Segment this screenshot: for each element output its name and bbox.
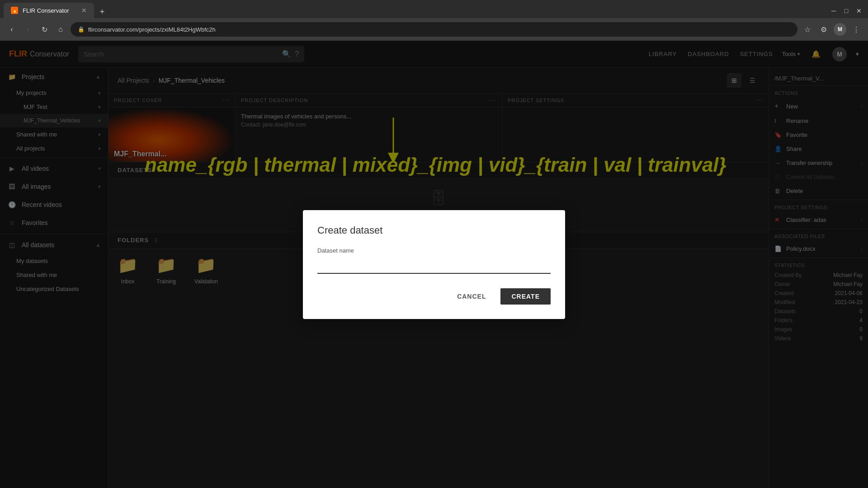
url-text: flirconsarvator.com/projects/zxiML84t2Hg… <box>88 26 216 33</box>
modal-title: Create dataset <box>317 225 551 236</box>
new-tab-button[interactable]: + <box>96 5 108 18</box>
address-bar[interactable]: 🔒 flirconsarvator.com/projects/zxiML84t2… <box>71 22 797 37</box>
cancel-button[interactable]: CANCEL <box>448 288 495 305</box>
back-button[interactable]: ‹ <box>5 23 18 36</box>
star-button[interactable]: ☆ <box>801 23 814 36</box>
modal-label: Dataset name <box>317 247 551 254</box>
lock-icon: 🔒 <box>78 26 85 33</box>
app: FLIR Conservator 🔍 ? LIBRARY DASHBOARD S… <box>0 41 868 488</box>
browser-tab[interactable]: 🔥 FLIR Conservator ✕ <box>4 3 94 18</box>
modal-backdrop: Create dataset Dataset name CANCEL CREAT… <box>0 41 868 488</box>
minimize-button[interactable]: ─ <box>828 5 839 16</box>
menu-button[interactable]: ⋮ <box>850 23 863 36</box>
tab-close-icon[interactable]: ✕ <box>81 7 87 14</box>
create-button[interactable]: CREATE <box>500 288 551 305</box>
profile-button[interactable]: M <box>834 23 846 36</box>
modal-actions: CANCEL CREATE <box>317 288 551 305</box>
create-dataset-modal: Create dataset Dataset name CANCEL CREAT… <box>303 210 565 319</box>
extensions-button[interactable]: ⚙ <box>817 23 830 36</box>
reload-button[interactable]: ↻ <box>38 23 51 36</box>
close-button[interactable]: ✕ <box>854 5 864 16</box>
forward-button[interactable]: › <box>22 23 34 36</box>
dataset-name-input[interactable] <box>317 258 551 274</box>
browser-chrome: 🔥 FLIR Conservator ✕ + ─ □ ✕ <box>0 0 868 18</box>
browser-toolbar: ‹ › ↻ ⌂ 🔒 flirconsarvator.com/projects/z… <box>0 18 868 41</box>
maximize-button[interactable]: □ <box>841 5 852 16</box>
tab-favicon: 🔥 <box>11 7 18 14</box>
tab-title: FLIR Conservator <box>23 7 69 14</box>
home-button[interactable]: ⌂ <box>54 23 67 36</box>
